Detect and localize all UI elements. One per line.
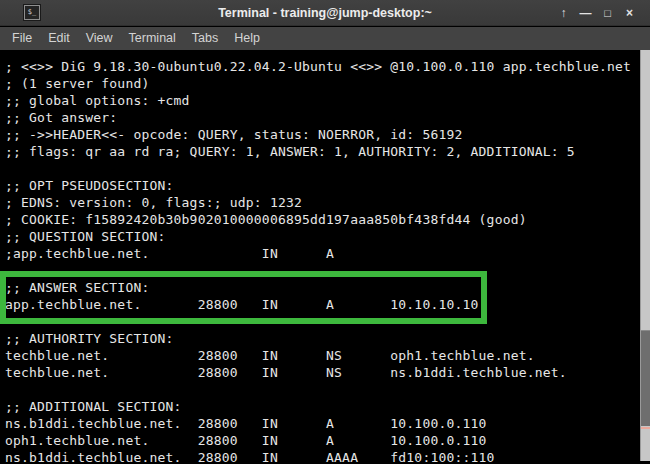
- scrollbar[interactable]: [640, 50, 650, 461]
- terminal-line: techblue.net. 28800 IN NS ns.b1ddi.techb…: [5, 364, 640, 381]
- terminal-line: ; <<>> DiG 9.18.30-0ubuntu0.22.04.2-Ubun…: [5, 58, 640, 75]
- terminal-line: ; (1 server found): [5, 75, 640, 92]
- terminal-output: ; <<>> DiG 9.18.30-0ubuntu0.22.04.2-Ubun…: [0, 50, 640, 464]
- terminal-line: techblue.net. 28800 IN NS oph1.techblue.…: [5, 347, 640, 364]
- terminal-line: ; COOKIE: f15892420b30b902010000006895dd…: [5, 211, 640, 228]
- terminal-line: ns.b1ddi.techblue.net. 28800 IN A 10.100…: [5, 415, 640, 432]
- terminal-line: ; EDNS: version: 0, flags:; udp: 1232: [5, 194, 640, 211]
- window-controls: ↑ — □ ×: [556, 0, 637, 26]
- terminal-line: ;; QUESTION SECTION:: [5, 228, 640, 245]
- menu-view[interactable]: View: [86, 27, 113, 50]
- menu-tabs[interactable]: Tabs: [192, 27, 218, 50]
- terminal-window: $_ Terminal - training@jump-desktop:~ ↑ …: [0, 0, 650, 464]
- terminal-line: ;; ADDITIONAL SECTION:: [5, 398, 640, 415]
- scroll-position-marker: [641, 427, 650, 429]
- terminal-line: [5, 160, 640, 177]
- menubar: File Edit View Terminal Tabs Help: [0, 27, 650, 50]
- menu-help[interactable]: Help: [234, 27, 260, 50]
- menu-terminal[interactable]: Terminal: [129, 27, 176, 50]
- maximize-button[interactable]: □: [600, 4, 615, 22]
- terminal-line: [5, 262, 640, 279]
- menu-file[interactable]: File: [12, 27, 32, 50]
- terminal-line: ns.b1ddi.techblue.net. 28800 IN AAAA fd1…: [5, 449, 640, 464]
- terminal-line-answer-record: app.techblue.net. 28800 IN A 10.10.10.10: [5, 296, 640, 313]
- terminal-line: ;app.techblue.net. IN A: [5, 245, 640, 262]
- terminal-line: [5, 313, 640, 330]
- terminal-line: [5, 381, 640, 398]
- scrollbar-thumb[interactable]: [641, 330, 650, 426]
- terminal-line: ;; Got answer:: [5, 109, 640, 126]
- minimize-button[interactable]: —: [578, 4, 593, 22]
- terminal-line: ;; global options: +cmd: [5, 92, 640, 109]
- terminal-line: ;; flags: qr aa rd ra; QUERY: 1, ANSWER:…: [5, 143, 640, 160]
- rollup-button[interactable]: ↑: [556, 4, 571, 22]
- terminal-line: ;; ->>HEADER<<- opcode: QUERY, status: N…: [5, 126, 640, 143]
- window-title: Terminal - training@jump-desktop:~: [0, 0, 650, 26]
- terminal-line: ;; OPT PSEUDOSECTION:: [5, 177, 640, 194]
- menu-edit[interactable]: Edit: [48, 27, 70, 50]
- titlebar[interactable]: $_ Terminal - training@jump-desktop:~ ↑ …: [0, 0, 650, 26]
- terminal-screen[interactable]: ; <<>> DiG 9.18.30-0ubuntu0.22.04.2-Ubun…: [0, 50, 640, 464]
- close-button[interactable]: ×: [622, 4, 637, 22]
- terminal-line: oph1.techblue.net. 28800 IN A 10.100.0.1…: [5, 432, 640, 449]
- terminal-line: ;; AUTHORITY SECTION:: [5, 330, 640, 347]
- terminal-line-answer-section-header: ;; ANSWER SECTION:: [5, 279, 640, 296]
